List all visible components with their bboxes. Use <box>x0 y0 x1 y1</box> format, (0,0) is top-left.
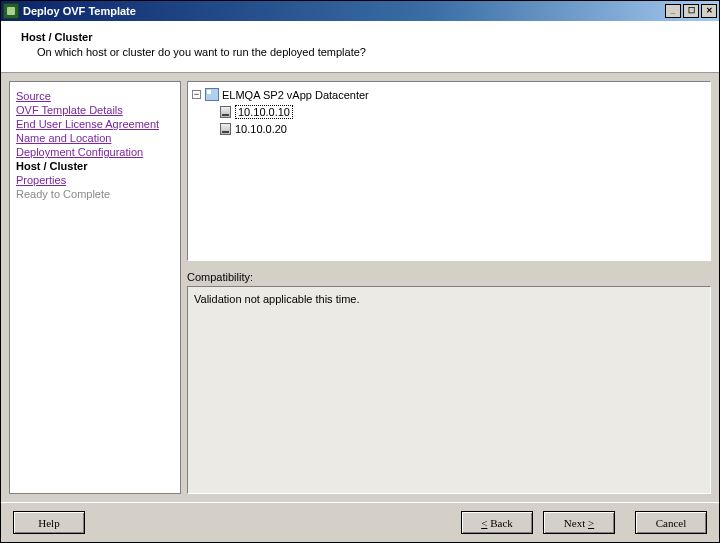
host-icon <box>220 106 231 118</box>
minimize-button[interactable]: _ <box>665 4 681 18</box>
host-label-selected: 10.10.0.10 <box>235 105 293 119</box>
nav-step-name-location[interactable]: Name and Location <box>16 132 174 144</box>
host-icon <box>220 123 231 135</box>
cancel-button[interactable]: Cancel <box>635 511 707 534</box>
window-control-group: _ ☐ ✕ <box>663 4 717 18</box>
help-button[interactable]: Help <box>13 511 85 534</box>
wizard-header: Host / Cluster On which host or cluster … <box>1 21 719 73</box>
compatibility-message: Validation not applicable this time. <box>194 293 360 305</box>
nav-step-ready-complete: Ready to Complete <box>16 188 174 200</box>
host-label: 10.10.0.20 <box>235 123 287 135</box>
page-title: Host / Cluster <box>21 31 699 43</box>
window-title: Deploy OVF Template <box>23 5 663 17</box>
wizard-button-bar: Help < Back Next > Cancel <box>1 502 719 542</box>
titlebar: Deploy OVF Template _ ☐ ✕ <box>1 1 719 21</box>
tree-collapse-icon[interactable]: − <box>192 90 201 99</box>
main-content: − ELMQA SP2 vApp Datacenter 10.10.0.10 1… <box>187 81 711 494</box>
tree-node-host[interactable]: 10.10.0.20 <box>192 120 706 137</box>
next-button[interactable]: Next > <box>543 511 615 534</box>
datacenter-icon <box>205 88 219 101</box>
maximize-button[interactable]: ☐ <box>683 4 699 18</box>
close-button[interactable]: ✕ <box>701 4 717 18</box>
tree-node-host[interactable]: 10.10.0.10 <box>192 103 706 120</box>
nav-step-source[interactable]: Source <box>16 90 174 102</box>
nav-step-deployment-config[interactable]: Deployment Configuration <box>16 146 174 158</box>
nav-step-eula[interactable]: End User License Agreement <box>16 118 174 130</box>
nav-button-group: < Back Next > <box>461 511 615 534</box>
datacenter-label: ELMQA SP2 vApp Datacenter <box>222 89 369 101</box>
deploy-ovf-window: Deploy OVF Template _ ☐ ✕ Host / Cluster… <box>0 0 720 543</box>
tree-node-datacenter[interactable]: − ELMQA SP2 vApp Datacenter <box>192 86 706 103</box>
wizard-steps-panel: Source OVF Template Details End User Lic… <box>9 81 181 494</box>
nav-step-properties[interactable]: Properties <box>16 174 174 186</box>
compatibility-label: Compatibility: <box>187 271 711 283</box>
compatibility-panel: Validation not applicable this time. <box>187 286 711 494</box>
app-icon <box>3 3 19 19</box>
nav-step-ovf-details[interactable]: OVF Template Details <box>16 104 174 116</box>
nav-step-host-cluster: Host / Cluster <box>16 160 174 172</box>
wizard-body: Source OVF Template Details End User Lic… <box>9 81 711 494</box>
back-button[interactable]: < Back <box>461 511 533 534</box>
host-cluster-tree[interactable]: − ELMQA SP2 vApp Datacenter 10.10.0.10 1… <box>187 81 711 261</box>
page-subtitle: On which host or cluster do you want to … <box>37 46 699 58</box>
